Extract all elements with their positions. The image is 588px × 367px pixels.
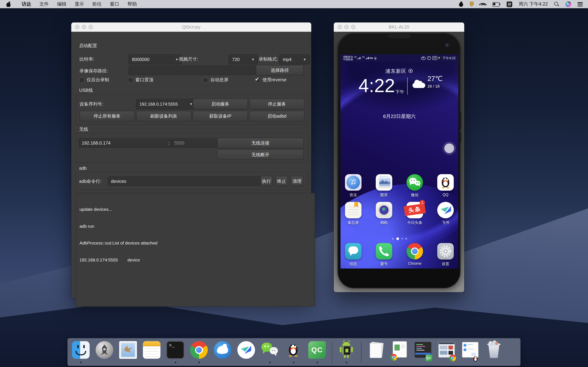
menu-help[interactable]: 帮助 xyxy=(123,0,141,8)
close-button[interactable] xyxy=(75,25,80,29)
record-format-combobox[interactable]: mp4▼ xyxy=(279,54,310,65)
widget-temp: 27℃ xyxy=(428,75,442,83)
execute-button[interactable]: 执行 xyxy=(260,176,273,186)
checkbox-use-reverse[interactable]: 使用reverse xyxy=(255,77,286,83)
dock-item-mail[interactable] xyxy=(119,341,137,363)
qtscrcpy-titlebar[interactable]: QtScrcpy xyxy=(71,23,311,32)
bitrate-combobox[interactable]: 8000000▼ xyxy=(129,54,182,65)
menubar-clock[interactable]: 周六 下午4:22 xyxy=(519,1,548,7)
carrier-labels: 优酷移动 中国联通 xyxy=(343,55,353,61)
close-button[interactable] xyxy=(337,25,342,29)
menu-edit[interactable]: 编辑 xyxy=(53,0,70,8)
wireless-ip-input[interactable]: 192.168.0.174 xyxy=(79,138,172,148)
log-line: 192.168.0.174:5555 device xyxy=(79,257,311,263)
dock-item-notes[interactable] xyxy=(143,341,160,363)
phone-window-body: 优酷移动 中国联通 3G 4G ψ 38⚡ 下午4:2 xyxy=(334,32,464,292)
dock-item-qq[interactable] xyxy=(285,341,302,363)
qq-menubar-icon[interactable] xyxy=(459,1,463,7)
dock-item-chrome[interactable] xyxy=(190,341,208,363)
minimize-button[interactable] xyxy=(82,25,86,29)
wifi-icon[interactable] xyxy=(480,2,486,7)
phone-app-wechat[interactable]: 微信 xyxy=(405,174,424,198)
window-title: QtScrcpy xyxy=(182,24,200,30)
location-widget[interactable]: 浦东新区 ⦿ xyxy=(341,68,458,75)
save-path-input[interactable] xyxy=(129,66,257,75)
phone-app-gallery[interactable]: 图库 xyxy=(375,174,393,198)
app-label: 相机 xyxy=(375,220,393,225)
checkbox-background-record[interactable]: 仅后台录制 xyxy=(79,77,109,83)
log-output[interactable]: update devices... adb run AdbProcess::ou… xyxy=(76,193,315,307)
dock-item-qtcreator[interactable]: QC xyxy=(308,341,326,363)
choose-path-button[interactable]: 选择路径 xyxy=(256,65,304,76)
stop-all-services-button[interactable]: 停止所有服务 xyxy=(79,111,135,121)
zoom-button[interactable] xyxy=(88,25,93,29)
checkbox-window-on-top[interactable]: 窗口置顶 xyxy=(128,77,154,83)
camera-app-icon xyxy=(376,202,392,218)
dock-item-minimized-qq-chat[interactable] xyxy=(461,341,479,363)
battery-icon[interactable] xyxy=(493,2,500,6)
wireless-disconnect-button[interactable]: 无线断开 xyxy=(217,150,304,160)
phone-app-feishu[interactable]: 飞书 xyxy=(436,202,455,225)
wireless-port-input[interactable]: 5555 xyxy=(171,138,221,148)
phone-app-dialer[interactable]: 拨号 xyxy=(375,243,393,267)
menu-file[interactable]: 文件 xyxy=(35,0,53,8)
refresh-device-list-button[interactable]: 刷新设备列表 xyxy=(136,111,191,121)
siri-icon[interactable] xyxy=(565,1,571,7)
start-adbd-button[interactable]: 启动adbd xyxy=(249,111,304,121)
phone-app-chrome[interactable]: Chrome xyxy=(405,243,424,267)
phone-app-notes[interactable]: 备忘录 xyxy=(344,202,363,225)
dock-item-minimized-chrome-browser[interactable] xyxy=(438,341,455,363)
usb-section-label: USB线 xyxy=(79,88,93,93)
input-method-icon[interactable]: 拼 xyxy=(507,1,512,7)
spotlight-search-icon[interactable] xyxy=(554,2,559,7)
dock-item-feishu[interactable] xyxy=(237,341,255,363)
serial-combobox[interactable]: 192.168.0.174:5555▼ xyxy=(136,99,196,109)
get-device-ip-button[interactable]: 获取设备IP xyxy=(193,111,248,121)
menu-view[interactable]: 显示 xyxy=(70,0,88,8)
phone-window-titlebar[interactable]: BKL-AL20 xyxy=(334,23,464,32)
assistive-ball[interactable] xyxy=(444,143,454,153)
video-size-combobox[interactable]: 720▼ xyxy=(229,54,258,65)
minimize-button[interactable] xyxy=(344,25,349,29)
dock-item-terminal[interactable]: >_ xyxy=(166,341,184,363)
phone-battery-icon: 38⚡ xyxy=(432,56,441,60)
dock-item-minimized-chrome-page[interactable] xyxy=(390,341,408,363)
shield-menubar-icon[interactable] xyxy=(469,1,474,7)
apple-menu-icon[interactable] xyxy=(6,1,11,7)
notification-center-icon[interactable] xyxy=(578,2,583,6)
dock-item-sealion-app[interactable] xyxy=(214,341,231,363)
phone-app-settings[interactable]: 设置 xyxy=(436,243,455,267)
dock-item-finder[interactable] xyxy=(72,341,90,363)
menu-window[interactable]: 窗口 xyxy=(106,0,123,8)
app-label: Chrome xyxy=(405,261,424,266)
dock-item-documents[interactable] xyxy=(367,341,384,363)
chevron-down-icon: ▼ xyxy=(189,102,193,106)
adb-cmd-input[interactable]: devices xyxy=(108,176,262,186)
terminate-button[interactable]: 终止 xyxy=(275,176,288,186)
phone-screen[interactable]: 优酷移动 中国联通 3G 4G ψ 38⚡ 下午4:2 xyxy=(341,54,458,269)
video-size-label: 视频尺寸: xyxy=(179,57,198,62)
phone-app-messages[interactable]: 信息 xyxy=(344,243,363,267)
chevron-down-icon: ▼ xyxy=(175,58,179,61)
front-camera-icon xyxy=(446,43,449,47)
clear-button[interactable]: 清理 xyxy=(291,176,303,186)
phone-app-qq[interactable]: QQ xyxy=(436,174,455,198)
zoom-button[interactable] xyxy=(351,25,356,29)
wireless-connect-button[interactable]: 无线连接 xyxy=(217,138,304,148)
dock-item-trash[interactable] xyxy=(485,341,503,363)
dock-item-launchpad[interactable] xyxy=(95,341,113,363)
menu-go[interactable]: 前往 xyxy=(88,0,106,8)
dock-item-minimized-qtcreator-window[interactable]: QC xyxy=(414,341,432,363)
phone-app-toutiao[interactable]: 头条 1 今日头条 xyxy=(405,202,424,225)
stop-service-button[interactable]: 停止服务 xyxy=(249,99,304,109)
trash-full-icon xyxy=(485,341,503,359)
checkbox-auto-screen-off[interactable]: 自动息屏 xyxy=(203,77,228,83)
phone-app-camera[interactable]: 相机 xyxy=(375,202,393,225)
menu-app-name[interactable]: 访达 xyxy=(18,0,35,8)
dock-item-qtscrcpy[interactable] xyxy=(337,341,355,363)
start-service-button[interactable]: 启动服务 xyxy=(193,99,248,109)
documents-stack-icon xyxy=(367,341,384,359)
dock-item-wechat[interactable] xyxy=(261,341,279,363)
phone-app-music[interactable]: ♫ 音乐 xyxy=(344,174,363,198)
notes-icon xyxy=(143,341,160,359)
